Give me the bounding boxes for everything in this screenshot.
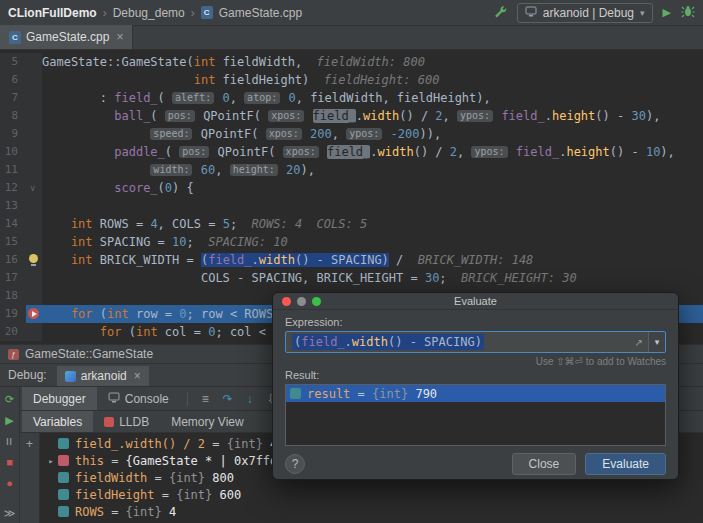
line-number[interactable]: 6 [0,71,26,89]
step-over-icon[interactable]: ↷ [223,392,233,406]
code-text: int ROWS = 4, COLS = 5; ROWS: 4 COLS: 5 [42,215,703,233]
chevron-down-icon[interactable]: ▾ [648,332,665,352]
code-line[interactable]: 15int SPACING = 10; SPACING: 10 [0,233,703,251]
add-watch-icon[interactable]: + [26,437,33,451]
view-breakpoints-icon[interactable]: ● [6,477,13,489]
breadcrumb-folder[interactable]: Debug_demo [113,6,185,20]
close-icon[interactable]: × [134,369,141,383]
code-segment: , [332,127,346,141]
code-segment: 200 [310,127,332,141]
tab-debugger[interactable]: Debugger [22,387,97,410]
variable-eq: = [147,471,169,485]
close-button[interactable]: Close [512,453,577,475]
code-segment: ( [158,181,165,195]
debug-button[interactable] [681,4,695,21]
variable-type: {int} [227,437,270,451]
more-tool-windows-icon[interactable]: ≫ [4,507,16,519]
tab-memory-view[interactable]: Memory View [160,411,254,432]
code-line[interactable]: 11width: 60, height: 20), [0,161,703,179]
code-line[interactable]: 5GameState::GameState(int fieldWidth, fi… [0,53,703,71]
expander-icon[interactable]: ▸ [44,456,58,466]
line-number[interactable]: 18 [0,287,26,305]
line-number[interactable]: 10 [0,143,26,161]
variable-name: this [75,454,104,468]
tab-console[interactable]: Console [97,387,180,410]
intention-bulb-icon[interactable] [29,254,38,263]
line-number[interactable]: 11 [0,161,26,179]
code-segment: ( [165,145,179,159]
code-line[interactable]: 6int fieldHeight) fieldHeight: 600 [0,71,703,89]
run-config-label: arkanoid | Debug [543,6,634,20]
build-icon[interactable] [493,4,507,21]
code-line[interactable]: 8ball_( pos: QPointF( xpos: field_.width… [0,107,703,125]
code-segment: , [443,109,457,123]
variable-icon [58,438,69,449]
code-segment: QPointF( [210,145,282,159]
stop-icon[interactable]: ■ [6,456,13,468]
result-eq: = [350,387,372,401]
code-line[interactable]: 9speed: QPointF( xpos: 200, ypos: -200))… [0,125,703,143]
line-number[interactable]: 17 [0,269,26,287]
line-number[interactable]: 14 [0,215,26,233]
code-segment: . [545,109,552,123]
result-list[interactable]: result = {int} 790 [285,384,666,446]
evaluate-button[interactable]: Evaluate [585,453,666,475]
code-segment: xpos: [268,110,304,122]
method-icon: ƒ [8,349,19,360]
line-number[interactable]: 7 [0,89,26,107]
pause-icon[interactable]: || [6,435,12,447]
breadcrumb-file[interactable]: GameState.cpp [219,6,302,20]
code-segment: width [352,335,388,349]
line-number[interactable]: 19 [0,305,26,323]
line-number[interactable]: 12 [0,179,26,197]
code-line[interactable]: 12∨score_(0) { [0,179,703,197]
breadcrumb-project[interactable]: CLionFullDemo [8,6,97,20]
fold-icon[interactable]: ∨ [30,179,35,197]
run-button[interactable]: ▶ [663,6,671,19]
code-segment: , [215,163,229,177]
code-segment: COLS - SPACING, BRICK_HEIGHT = [201,271,425,285]
line-number[interactable]: 8 [0,107,26,125]
line-number[interactable]: 13 [0,197,26,215]
code-segment: field_ [208,253,251,267]
code-line[interactable]: 17COLS - SPACING, BRICK_HEIGHT = 30; BRI… [0,269,703,287]
tab-variables[interactable]: Variables [22,411,93,432]
evaluate-dialog: Evaluate Expression: (field_.width() - S… [272,292,679,480]
variable-icon [58,489,69,500]
result-row[interactable]: result = {int} 790 [286,385,665,402]
line-number[interactable]: 15 [0,233,26,251]
line-number[interactable]: 16 [0,251,26,269]
step-into-icon[interactable]: ↓ [247,392,253,406]
code-segment: for [71,307,93,321]
toolbar-separator [187,392,188,406]
rerun-icon[interactable]: ⟳ [5,393,14,405]
expand-icon[interactable]: ↗ [635,337,643,348]
close-icon[interactable]: × [116,30,123,44]
code-line[interactable]: 14int ROWS = 4, COLS = 5; ROWS: 4 COLS: … [0,215,703,233]
line-number[interactable]: 9 [0,125,26,143]
breadcrumb-separator-icon: › [191,6,195,20]
run-config-selector[interactable]: arkanoid | Debug ▾ [517,3,653,23]
editor-tab[interactable]: C GameState.cpp × [0,25,133,49]
help-button[interactable]: ? [285,454,305,474]
line-number[interactable]: 20 [0,323,26,341]
expression-text[interactable]: (field_.width() - SPACING) [292,335,630,349]
variable-row[interactable]: ROWS = {int} 4 [40,503,703,520]
code-line[interactable]: 10paddle_( pos: QPointF( xpos: field_.wi… [0,143,703,161]
threads-icon[interactable]: ≡ [202,392,209,406]
code-line[interactable]: 16int BRICK_WIDTH = (field_.width() - SP… [0,251,703,269]
current-function-breadcrumb[interactable]: GameState::GameState [25,347,153,361]
code-segment: , fieldWidth, fieldHeight), [296,91,491,105]
tab-lldb[interactable]: LLDB [93,411,160,432]
line-number[interactable]: 5 [0,53,26,71]
variable-row[interactable]: fieldHeight = {int} 600 [40,486,703,503]
expression-input[interactable]: (field_.width() - SPACING) ↗ ▾ [285,331,666,353]
code-line[interactable]: 7: field_( aleft: 0, atop: 0, fieldWidth… [0,89,703,107]
breakpoint-icon[interactable] [28,308,39,319]
dialog-titlebar[interactable]: Evaluate [273,293,678,310]
code-line[interactable]: 13 [0,197,703,215]
debug-session-tab[interactable]: arkanoid × [57,366,149,386]
resume-icon[interactable]: ▶ [5,414,13,426]
code-text [42,197,703,215]
breadcrumb: CLionFullDemo › Debug_demo › C GameState… [8,6,302,20]
